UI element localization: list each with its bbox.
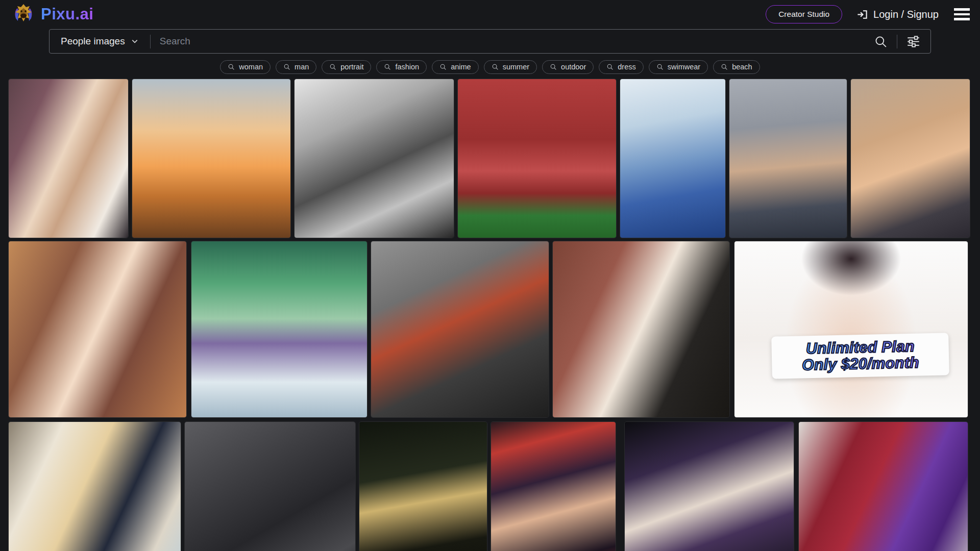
promo-line-2: Only $20/month [774,354,947,374]
image-tile-beach-sunset[interactable] [132,79,290,238]
image-tile-anime-alley[interactable] [9,241,186,417]
image-tile-wedding-bride[interactable] [9,422,181,551]
image-tile-white-lingerie-bed[interactable] [851,79,970,238]
image-tile-leather-man[interactable] [185,422,355,551]
image-tile-snow-queen[interactable] [620,79,725,238]
image-tile-bw-stairs[interactable] [295,79,454,238]
image-tile-city-bikini[interactable] [729,79,847,238]
image-tile-purple-corset[interactable] [799,422,968,551]
image-tile-stadium-man[interactable] [458,79,616,238]
image-tile-nightclub[interactable] [491,422,616,551]
image-tile-lingerie-bedroom[interactable] [9,79,128,238]
image-grid: Unlimited PlanOnly $20/month [0,0,980,551]
image-tile-promo-ad[interactable]: Unlimited PlanOnly $20/month [734,241,968,417]
image-tile-punk-redhead[interactable] [371,241,549,417]
promo-sign: Unlimited PlanOnly $20/month [771,333,949,379]
image-tile-cat-costume[interactable] [359,422,487,551]
image-tile-harlequin-goth[interactable] [625,422,794,551]
image-tile-brick-leather[interactable] [553,241,729,417]
image-tile-aurora-snow[interactable] [191,241,367,417]
